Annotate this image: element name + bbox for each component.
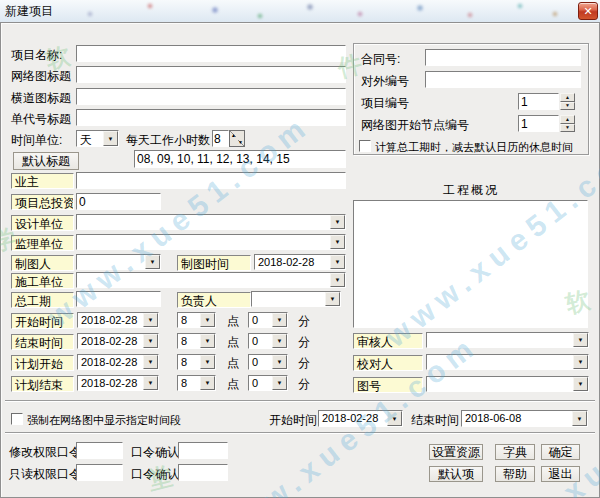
chevron-down-icon[interactable]: ▼ bbox=[272, 313, 287, 327]
spinner-down-icon[interactable]: ▼ bbox=[560, 102, 575, 111]
supervision-unit-combo[interactable]: ▼ bbox=[76, 234, 346, 250]
default-title-button[interactable]: 默认标题 bbox=[13, 152, 79, 170]
gantt-title-input[interactable] bbox=[76, 88, 346, 105]
help-button[interactable]: 帮助 bbox=[495, 466, 535, 482]
plan-start-hour-value: 8 bbox=[181, 356, 187, 368]
chevron-down-icon[interactable]: ▼ bbox=[330, 255, 345, 269]
owner-label: 业主 bbox=[11, 173, 74, 189]
reviewer-label: 审核人 bbox=[353, 333, 423, 349]
plan-start-date-combo[interactable]: 2018-02-28 ▼ bbox=[77, 354, 159, 370]
chevron-down-icon[interactable]: ▼ bbox=[143, 376, 158, 390]
start-minute-combo[interactable]: 0 ▼ bbox=[248, 312, 288, 328]
force-display-checkbox[interactable] bbox=[11, 413, 23, 425]
project-no-input[interactable] bbox=[518, 93, 559, 110]
drawing-no-combo[interactable]: ▼ bbox=[426, 376, 589, 392]
chevron-down-icon[interactable]: ▼ bbox=[573, 333, 588, 347]
readonly-pwd-confirm-label: 口令确认: bbox=[131, 467, 182, 481]
bottom-end-date-combo[interactable]: 2018-06-08 ▼ bbox=[461, 410, 588, 427]
end-minute-combo[interactable]: 0 ▼ bbox=[248, 333, 288, 349]
proofreader-label: 校对人 bbox=[353, 355, 423, 371]
chevron-down-icon[interactable]: ▼ bbox=[200, 355, 215, 369]
chevron-down-icon[interactable]: ▼ bbox=[272, 355, 287, 369]
default-title-input[interactable] bbox=[134, 150, 346, 168]
spinner-up-icon[interactable]: ▲ bbox=[231, 132, 236, 138]
chevron-down-icon[interactable]: ▼ bbox=[572, 411, 587, 426]
spinner-up-icon[interactable]: ▲ bbox=[560, 115, 575, 124]
modify-pwd-confirm-input[interactable] bbox=[178, 442, 228, 459]
ok-button[interactable]: 确定 bbox=[541, 444, 580, 460]
calc-duration-checkbox-label: 计算总工期时，减去默认日历的休息时间 bbox=[375, 140, 573, 154]
network-title-input[interactable] bbox=[76, 66, 346, 83]
chevron-down-icon[interactable]: ▼ bbox=[573, 355, 588, 369]
draftsman-combo[interactable]: ▼ bbox=[76, 254, 161, 270]
chevron-down-icon[interactable]: ▼ bbox=[272, 334, 287, 348]
time-unit-combo[interactable]: 天 ▼ bbox=[76, 130, 119, 147]
end-date-combo[interactable]: 2018-02-28 ▼ bbox=[77, 333, 159, 349]
owner-input[interactable] bbox=[76, 172, 346, 189]
start-hour-combo[interactable]: 8 ▼ bbox=[177, 312, 216, 328]
total-duration-input[interactable] bbox=[76, 291, 161, 307]
plan-start-minute-combo[interactable]: 0 ▼ bbox=[248, 354, 288, 370]
new-project-dialog: 新建项目 ✕ 项目名称: 网络图标题 横道图标题 单代号标题 时间单位: 天 ▼… bbox=[0, 0, 600, 498]
spinner-down-icon[interactable]: ▼ bbox=[238, 139, 243, 145]
hours-per-day-spinner[interactable]: ▲ ▼ bbox=[229, 130, 245, 147]
draft-time-combo[interactable]: 2018-02-28 ▼ bbox=[254, 254, 346, 270]
chevron-down-icon[interactable]: ▼ bbox=[145, 255, 160, 269]
chevron-down-icon[interactable]: ▼ bbox=[325, 292, 340, 306]
close-icon: ✕ bbox=[583, 5, 592, 17]
end-hour-combo[interactable]: 8 ▼ bbox=[177, 333, 216, 349]
chevron-down-icon[interactable]: ▼ bbox=[143, 355, 158, 369]
single-code-title-input[interactable] bbox=[76, 109, 346, 126]
readonly-pwd-confirm-input[interactable] bbox=[178, 464, 228, 481]
exit-button[interactable]: 退出 bbox=[541, 466, 580, 482]
project-overview-textarea[interactable] bbox=[353, 200, 588, 328]
proofreader-combo[interactable]: ▼ bbox=[426, 354, 589, 370]
start-node-spinner[interactable]: ▲ ▼ bbox=[560, 115, 575, 132]
plan-end-minute-combo[interactable]: 0 ▼ bbox=[248, 375, 288, 391]
start-node-input[interactable] bbox=[518, 115, 559, 132]
design-unit-combo[interactable]: ▼ bbox=[76, 214, 346, 230]
plan-start-hour-combo[interactable]: 8 ▼ bbox=[177, 354, 216, 370]
modify-pwd-input[interactable] bbox=[76, 442, 123, 459]
chevron-down-icon[interactable]: ▼ bbox=[330, 273, 345, 287]
dictionary-button[interactable]: 字典 bbox=[495, 444, 535, 460]
minute-suffix-label: 分 bbox=[298, 377, 310, 391]
bottom-start-date-combo[interactable]: 2018-02-28 ▼ bbox=[318, 410, 403, 427]
readonly-pwd-input[interactable] bbox=[76, 464, 123, 481]
plan-end-date-combo[interactable]: 2018-02-28 ▼ bbox=[77, 375, 159, 391]
investment-input[interactable] bbox=[76, 193, 161, 210]
construction-unit-combo[interactable]: ▼ bbox=[76, 272, 346, 288]
chevron-down-icon[interactable]: ▼ bbox=[330, 235, 345, 249]
chevron-down-icon[interactable]: ▼ bbox=[200, 334, 215, 348]
project-name-input[interactable] bbox=[76, 45, 346, 62]
reviewer-combo[interactable]: ▼ bbox=[426, 332, 589, 348]
chevron-down-icon[interactable]: ▼ bbox=[200, 376, 215, 390]
chevron-down-icon[interactable]: ▼ bbox=[103, 131, 118, 146]
separator bbox=[5, 400, 595, 402]
defaults-button[interactable]: 默认项 bbox=[429, 466, 483, 482]
minute-suffix-label: 分 bbox=[298, 356, 310, 370]
project-no-spinner[interactable]: ▲ ▼ bbox=[560, 93, 575, 110]
calc-duration-checkbox[interactable] bbox=[359, 140, 371, 152]
spinner-down-icon[interactable]: ▼ bbox=[560, 124, 575, 133]
time-unit-value: 天 bbox=[80, 132, 92, 149]
gantt-title-label: 横道图标题 bbox=[11, 91, 71, 105]
hours-per-day-input[interactable] bbox=[212, 130, 229, 147]
chevron-down-icon[interactable]: ▼ bbox=[143, 313, 158, 327]
chevron-down-icon[interactable]: ▼ bbox=[200, 313, 215, 327]
set-resources-button[interactable]: 设置资源 bbox=[429, 444, 483, 460]
start-date-combo[interactable]: 2018-02-28 ▼ bbox=[77, 312, 159, 328]
external-no-input[interactable] bbox=[425, 71, 581, 88]
contract-no-input[interactable] bbox=[425, 49, 581, 66]
chevron-down-icon[interactable]: ▼ bbox=[387, 411, 402, 426]
plan-end-hour-combo[interactable]: 8 ▼ bbox=[177, 375, 216, 391]
chevron-down-icon[interactable]: ▼ bbox=[573, 377, 588, 391]
close-button[interactable]: ✕ bbox=[578, 2, 598, 20]
manager-combo[interactable]: ▼ bbox=[251, 291, 341, 307]
chevron-down-icon[interactable]: ▼ bbox=[143, 334, 158, 348]
chevron-down-icon[interactable]: ▼ bbox=[330, 215, 345, 229]
chevron-down-icon[interactable]: ▼ bbox=[272, 376, 287, 390]
spinner-up-icon[interactable]: ▲ bbox=[560, 93, 575, 102]
design-unit-label: 设计单位 bbox=[11, 215, 74, 231]
plan-start-date-value: 2018-02-28 bbox=[81, 356, 137, 368]
